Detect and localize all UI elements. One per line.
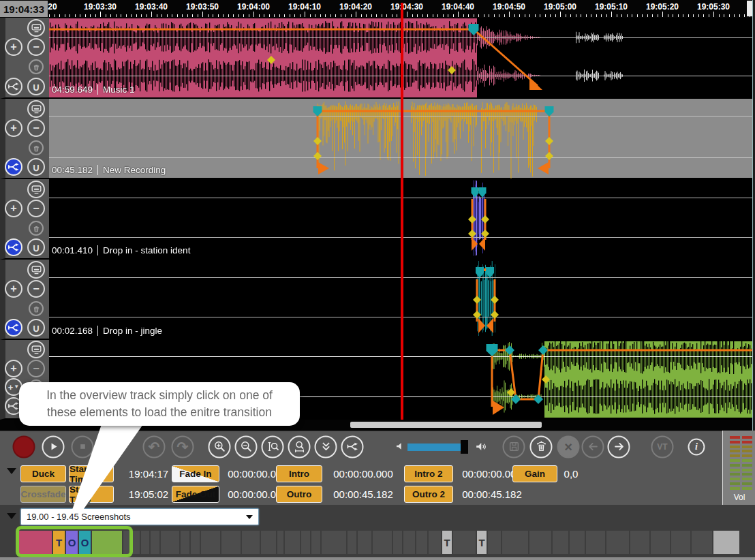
overview-element[interactable] [488, 531, 501, 554]
vu-meter-bar [742, 436, 752, 439]
zoom-cursor-button[interactable] [262, 435, 284, 458]
overview-element[interactable] [671, 531, 690, 554]
overview-element[interactable] [285, 531, 300, 554]
overview-element[interactable] [201, 531, 220, 554]
speaker-icon[interactable] [474, 440, 487, 456]
info-button[interactable]: i [688, 438, 705, 455]
overview-element[interactable] [311, 531, 320, 554]
tooltip-text-line2: these elements to load the enitre transi… [47, 404, 272, 421]
vu-meter-bar [742, 469, 752, 471]
overview-element[interactable] [570, 531, 585, 554]
vu-meter-bar [730, 450, 740, 452]
track-name: Music 1 [97, 84, 135, 95]
intro-button[interactable]: Intro [276, 465, 322, 482]
tooltip-tail [0, 422, 204, 515]
zoom-out-button[interactable] [235, 435, 258, 458]
overview-element[interactable] [277, 531, 283, 554]
intro-value: 00:00:00.000 [326, 465, 401, 482]
intro2-button[interactable]: Intro 2 [404, 465, 453, 482]
track-duration: 00:02.168 [52, 326, 93, 336]
overview-element[interactable] [348, 531, 356, 554]
vu-meter-bar [742, 478, 752, 480]
overview-element[interactable] [221, 531, 241, 554]
vu-meter-bar [742, 441, 752, 444]
overview-element[interactable] [373, 531, 392, 554]
vu-meter-bar [730, 469, 740, 471]
mute-icon[interactable] [394, 441, 405, 454]
overview-element[interactable] [242, 531, 260, 554]
overview-element[interactable] [651, 531, 670, 554]
track-name: Drop in - jingle [97, 326, 162, 336]
track-duration: 00:01.410 [52, 245, 93, 255]
outro2-value: 00:00:45.182 [457, 486, 527, 503]
gain-button[interactable]: Gain [512, 465, 557, 482]
overview-element[interactable] [191, 531, 200, 554]
vu-meter-bar [730, 441, 740, 444]
save-button[interactable] [503, 435, 525, 458]
tooltip-bubble: In the overview track simply click on on… [19, 382, 300, 426]
volume-slider[interactable] [407, 444, 462, 451]
multitrack-editor-window: { "window": { "current_time": "19:04:33"… [0, 0, 755, 560]
vu-meter-bar [742, 450, 752, 452]
vu-meter-bar [742, 459, 752, 462]
overview-element-t[interactable]: T [477, 531, 487, 554]
overview-element[interactable] [322, 531, 346, 554]
zoom-in-button[interactable] [209, 435, 231, 458]
vu-meter-bar [742, 473, 752, 476]
track-name: Drop in - station ident [97, 245, 190, 255]
outro-value: 00:00:45.182 [326, 486, 401, 503]
collapse-all-button[interactable] [315, 435, 337, 458]
vu-meter-bar [742, 454, 752, 457]
gain-value: 0,0 [555, 465, 587, 482]
overview-element[interactable] [429, 531, 441, 554]
overview-element[interactable] [301, 531, 310, 554]
next-button[interactable] [608, 435, 630, 458]
track-duration: 04:59.649 [52, 84, 93, 95]
overview-element[interactable] [630, 531, 649, 554]
playback-cursor[interactable] [401, 3, 403, 420]
overview-element[interactable] [453, 531, 476, 554]
overview-element[interactable] [393, 531, 402, 554]
overview-element[interactable] [692, 531, 712, 554]
merge-tracks-button[interactable] [341, 435, 364, 458]
outro2-button[interactable]: Outro 2 [404, 486, 453, 503]
vu-meter-bar [730, 487, 740, 490]
track-name: New Recording [97, 165, 166, 175]
vu-meter-bar [730, 478, 740, 480]
discard-all-button[interactable] [530, 435, 553, 458]
vu-meter-bar [730, 436, 740, 439]
track-duration: 00:45.182 [52, 165, 93, 175]
vu-meter-bar [742, 482, 752, 485]
outro-button[interactable]: Outro [276, 486, 322, 503]
vu-meter-bar [730, 464, 740, 467]
vu-meter-bar [730, 446, 740, 448]
overview-element[interactable] [502, 531, 528, 554]
previous-button[interactable] [582, 435, 604, 458]
overview-element[interactable] [261, 531, 276, 554]
overview-element-t[interactable]: T [442, 531, 452, 554]
vu-meter-bar [742, 446, 752, 448]
vu-meter-bar [742, 464, 752, 467]
vu-meter-bar [730, 473, 740, 476]
vu-meter-bar [730, 459, 740, 462]
overview-element[interactable] [606, 531, 629, 554]
overview-element[interactable] [553, 531, 568, 554]
cancel-button[interactable]: × [557, 435, 580, 458]
volume-slider-handle[interactable] [461, 440, 468, 454]
voice-track-button[interactable]: VT [651, 435, 674, 458]
overview-element[interactable] [358, 531, 371, 554]
vu-meter-panel: Vol [722, 431, 755, 505]
overview-element[interactable] [416, 531, 427, 554]
zoom-selection-button[interactable] [288, 435, 311, 458]
vu-meter-bar [742, 487, 752, 490]
scrollbar-thumb[interactable] [350, 422, 542, 428]
vu-meter-bar [730, 454, 740, 457]
tooltip-text-line1: In the overview track simply click on on… [46, 387, 273, 404]
overview-element[interactable] [586, 531, 605, 554]
vu-meter-bar [730, 482, 740, 485]
overview-element[interactable] [713, 531, 739, 554]
overview-element[interactable] [403, 531, 415, 554]
window-right-edge [752, 0, 755, 431]
chevron-down-icon [246, 515, 253, 519]
overview-element[interactable] [529, 531, 551, 554]
